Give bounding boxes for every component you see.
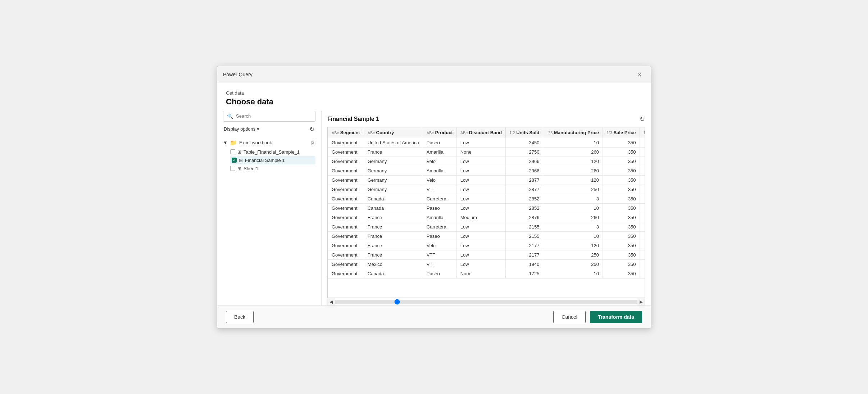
scroll-right-button[interactable]: ▶ — [637, 298, 645, 305]
table-cell: Government — [328, 222, 364, 231]
data-refresh-button[interactable]: ↻ — [640, 115, 645, 123]
table-cell: Low — [456, 194, 506, 203]
table-cell: Government — [328, 269, 364, 278]
title-bar: Power Query × — [217, 66, 651, 83]
tree-item-1[interactable]: ⊞ Financial Sample 1 — [230, 156, 315, 164]
table-cell: 2177 — [506, 241, 543, 250]
tree-root-label: Excel workbook — [239, 140, 272, 145]
display-options-row: Display options ▾ ↻ — [223, 125, 315, 133]
chevron-down-icon: ▾ — [257, 126, 259, 132]
col-header-units-sold: 1.2 Units Sold — [506, 127, 543, 138]
table-cell: Low — [456, 250, 506, 259]
table-cell: 120 — [543, 157, 603, 166]
tree-root-excel-workbook[interactable]: ▼ 📁 Excel workbook [3] — [223, 137, 315, 148]
table-row: GovernmentGermanyVeloLow2966120350103810… — [328, 157, 645, 166]
table-cell: Velo — [423, 241, 456, 250]
chevron-right-icon: ▼ — [223, 140, 228, 145]
table-cell: 2852 — [506, 194, 543, 203]
main-body: 🔍 Display options ▾ ↻ ▼ 📁 Exce — [217, 111, 651, 305]
table-cell: 350 — [603, 250, 640, 259]
table-cell: None — [456, 147, 506, 157]
search-input[interactable] — [236, 113, 312, 119]
table-cell: 2852 — [506, 203, 543, 213]
search-box[interactable]: 🔍 — [223, 111, 315, 122]
table-cell: Government — [328, 231, 364, 241]
table-cell: 350 — [603, 231, 640, 241]
search-icon: 🔍 — [227, 113, 233, 119]
table-cell: 1038100 — [640, 166, 645, 175]
table-cell: 1006600 — [640, 213, 645, 222]
table-cell: 1006950 — [640, 175, 645, 185]
table-cell: Carretera — [423, 194, 456, 203]
table-cell: 1038100 — [640, 157, 645, 166]
table-cell: VTT — [423, 259, 456, 269]
table-cell: 754250 — [640, 222, 645, 231]
table-cell: 2966 — [506, 166, 543, 175]
table-cell: 350 — [603, 138, 640, 147]
table-cell: None — [456, 269, 506, 278]
table-cell: 3 — [543, 194, 603, 203]
scroll-left-button[interactable]: ◀ — [327, 298, 335, 305]
table-row: GovernmentGermanyVTTLow28772503501006950… — [328, 185, 645, 194]
tree-item-0[interactable]: ⊞ Table_Financial_Sample_1 — [230, 148, 315, 156]
h-scrollbar-wrapper: ◀ ▶ — [327, 298, 645, 305]
checkbox-2[interactable] — [230, 166, 235, 171]
table-row: GovernmentCanadaPaseoNone172510350603750… — [328, 269, 645, 278]
table-cell: Low — [456, 231, 506, 241]
tree-area: ▼ 📁 Excel workbook [3] ⊞ Table_Financial… — [223, 137, 315, 305]
table-cell: Government — [328, 147, 364, 157]
table-row: GovernmentUnited States of AmericaPaseoL… — [328, 138, 645, 147]
table-cell: Canada — [364, 194, 423, 203]
page-header: Get data Choose data — [217, 83, 651, 111]
table-cell: Government — [328, 241, 364, 250]
transform-data-button[interactable]: Transform data — [590, 311, 642, 323]
table-cell: Low — [456, 138, 506, 147]
table-header-row: ABc Segment ABc Country ABc Product ABc … — [328, 127, 645, 138]
table-cell: Government — [328, 157, 364, 166]
table-cell: United States of America — [364, 138, 423, 147]
breadcrumb: Get data — [226, 90, 642, 96]
table-container[interactable]: ABc Segment ABc Country ABc Product ABc … — [327, 127, 645, 298]
table-cell: Velo — [423, 157, 456, 166]
footer: Back Cancel Transform data — [217, 305, 651, 328]
horizontal-scrollbar[interactable] — [335, 300, 637, 304]
table-cell: 260 — [543, 213, 603, 222]
tree-item-2[interactable]: ⊞ Sheet1 — [230, 164, 315, 173]
table-cell: Low — [456, 166, 506, 175]
table-cell: France — [364, 222, 423, 231]
table-cell: 2877 — [506, 185, 543, 194]
checkbox-1[interactable] — [232, 158, 237, 163]
display-options-label: Display options — [224, 126, 255, 132]
table-cell: 350 — [603, 269, 640, 278]
table-cell: Germany — [364, 185, 423, 194]
table-row: GovernmentFranceAmarillaNone275026035096… — [328, 147, 645, 157]
refresh-button[interactable]: ↻ — [309, 125, 315, 133]
table-cell: Government — [328, 194, 364, 203]
back-button[interactable]: Back — [226, 311, 254, 323]
checkbox-0[interactable] — [230, 149, 235, 154]
display-options-button[interactable]: Display options ▾ — [224, 126, 259, 132]
table-cell: Germany — [364, 175, 423, 185]
table-cell: 3 — [543, 222, 603, 231]
cancel-button[interactable]: Cancel — [553, 311, 586, 323]
table-row: GovernmentFranceVTTLow217725035076195030… — [328, 250, 645, 259]
col-header-country: ABc Country — [364, 127, 423, 138]
table-cell: 2877 — [506, 175, 543, 185]
table-cell: Paseo — [423, 138, 456, 147]
table-row: GovernmentMexicoVTTLow194025035067900013… — [328, 259, 645, 269]
table-cell: 350 — [603, 175, 640, 185]
table-cell: France — [364, 147, 423, 157]
table-cell: 754250 — [640, 231, 645, 241]
table-cell: Government — [328, 213, 364, 222]
table-cell: 350 — [603, 259, 640, 269]
tree-item-label-0: Table_Financial_Sample_1 — [244, 149, 300, 155]
table-cell: Paseo — [423, 231, 456, 241]
table-cell: France — [364, 213, 423, 222]
sidebar: 🔍 Display options ▾ ↻ ▼ 📁 Exce — [217, 111, 322, 305]
table-cell: 761950 — [640, 250, 645, 259]
table-row: GovernmentFranceAmarillaMedium2876260350… — [328, 213, 645, 222]
table-cell: 10 — [543, 231, 603, 241]
col-header-sale-price: 1²3 Sale Price — [603, 127, 640, 138]
close-button[interactable]: × — [634, 69, 645, 80]
table-row: GovernmentCanadaCarreteraLow285233509982… — [328, 194, 645, 203]
